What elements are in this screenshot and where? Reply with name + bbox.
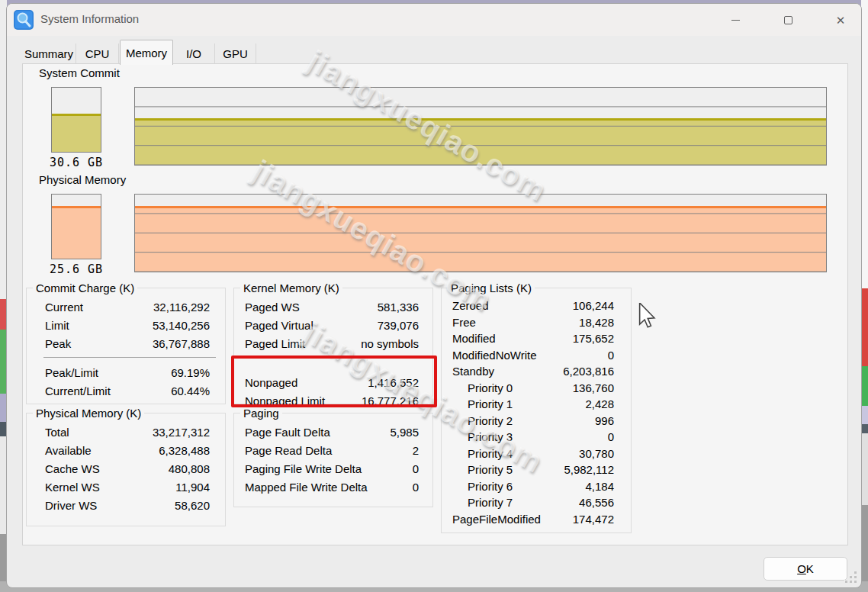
- stat-value: 581,336: [378, 301, 419, 314]
- stat-row: Priority 1 2,428: [442, 396, 631, 413]
- stat-value: 6,203,816: [563, 365, 614, 378]
- stat-value: 996: [595, 414, 614, 427]
- stat-label: Nonpaged Limit: [245, 394, 325, 407]
- minimize-icon: [731, 20, 740, 21]
- stat-label: Paged Virtual: [245, 319, 313, 332]
- stat-row: Page Fault Delta 5,985: [234, 423, 432, 441]
- stat-value: 6,328,488: [159, 444, 210, 457]
- stat-label: Standby: [452, 365, 494, 378]
- stat-label: Priority 6: [468, 480, 513, 493]
- stat-row: Priority 0 136,760: [442, 380, 631, 397]
- stat-row: Peak 36,767,888: [27, 334, 225, 352]
- stat-row: Priority 3 0: [442, 429, 631, 446]
- stat-row: Limit 53,140,256: [27, 316, 225, 334]
- stat-row: Cache WS 480,808: [27, 459, 225, 478]
- stat-label: Peak: [45, 337, 71, 350]
- stat-label: Current: [45, 301, 83, 314]
- commit-charge-ratio-rows: Peak/Limit 69.19% Current/Limit 60.44%: [27, 363, 225, 400]
- stat-label: Cache WS: [45, 462, 100, 475]
- stat-row: Total 33,217,312: [27, 423, 225, 441]
- stat-row: Priority 2 996: [442, 413, 631, 430]
- stat-value: 16,777,216: [362, 394, 419, 407]
- stat-row: Paged WS 581,336: [234, 298, 432, 316]
- stat-value: 175,652: [573, 332, 614, 345]
- tab-io[interactable]: I/O: [173, 43, 215, 64]
- stat-row: Paged Virtual 739,076: [234, 316, 432, 334]
- stat-row: Driver WS 58,620: [27, 496, 225, 514]
- stat-row: Priority 5 5,982,112: [442, 462, 631, 478]
- stat-row: Paging File Write Delta 0: [234, 459, 432, 478]
- stat-value: 18,428: [579, 316, 614, 329]
- stat-row: Standby 6,203,816: [442, 363, 631, 380]
- stat-value: 58,620: [175, 499, 210, 512]
- stat-value: 739,076: [378, 319, 419, 332]
- resize-grip[interactable]: [844, 570, 857, 583]
- system-information-window: System Information ✕ Summary CPU Memory …: [6, 3, 862, 588]
- paging-rows: Page Fault Delta 5,985 Page Read Delta 2…: [234, 423, 432, 496]
- stat-value: 4,184: [585, 480, 614, 493]
- paging-lists-rows: Zeroed 106,244 Free 18,428 Modified 175,…: [442, 298, 631, 527]
- paging-title: Paging: [240, 407, 282, 420]
- physical-memory-gauge: [51, 194, 101, 259]
- tab-cpu[interactable]: CPU: [76, 43, 119, 64]
- mouse-cursor: [638, 303, 657, 329]
- stat-value: 136,760: [573, 381, 614, 394]
- stat-value: 30,780: [579, 447, 614, 460]
- stat-label: Kernel WS: [45, 481, 100, 494]
- stat-value: 11,904: [175, 481, 210, 494]
- paging-group: Paging Page Fault Delta 5,985 Page Read …: [233, 413, 433, 507]
- stat-row: ModifiedNoWrite 0: [442, 347, 631, 364]
- tab-memory[interactable]: Memory: [120, 40, 173, 65]
- stat-label: Limit: [45, 319, 69, 332]
- stat-label: Page Fault Delta: [245, 426, 330, 439]
- stat-row: PageFileModified 174,472: [442, 511, 631, 528]
- system-commit-history-graph: [134, 87, 827, 166]
- stat-value: 1,416,552: [368, 376, 419, 389]
- stat-value: 5,982,112: [564, 463, 614, 476]
- stat-label: Paged WS: [245, 301, 300, 314]
- stat-row: Page Read Delta 2: [234, 441, 432, 459]
- stat-label: Current/Limit: [45, 384, 111, 397]
- stat-value: 0: [413, 481, 419, 494]
- stat-row: Modified 175,652: [442, 330, 631, 347]
- ok-button[interactable]: OK: [764, 557, 847, 581]
- stat-value: 480,808: [169, 462, 210, 475]
- stat-label: ModifiedNoWrite: [452, 349, 537, 362]
- tab-summary[interactable]: Summary: [22, 43, 76, 64]
- system-commit-gauge: [51, 87, 101, 153]
- tab-gpu[interactable]: GPU: [215, 43, 256, 64]
- commit-charge-rows: Current 32,116,292 Limit 53,140,256 Peak…: [27, 298, 225, 352]
- minimize-button[interactable]: [718, 4, 753, 36]
- ok-button-label: OK: [797, 562, 814, 575]
- paging-lists-title: Paging Lists (K): [448, 282, 535, 294]
- stat-label: Priority 5: [468, 463, 513, 476]
- stat-label: Priority 0: [468, 381, 513, 394]
- stat-row: Peak/Limit 69.19%: [27, 363, 225, 381]
- stat-value: 106,244: [573, 299, 614, 312]
- stat-value: 36,767,888: [153, 337, 210, 350]
- physical-memory-group: Physical Memory (K) Total 33,217,312 Ava…: [26, 413, 226, 526]
- stat-value: 2,428: [585, 397, 614, 410]
- desktop-background-right: [861, 0, 868, 592]
- stat-label: PageFileModified: [452, 513, 541, 526]
- stat-label: Priority 4: [468, 447, 513, 460]
- stat-value: 0: [608, 349, 614, 362]
- stat-row: Priority 7 46,556: [442, 494, 631, 511]
- stat-label: Zeroed: [452, 299, 489, 312]
- maximize-button[interactable]: [770, 4, 805, 36]
- kernel-memory-rows: Paged WS 581,336 Paged Virtual 739,076 P…: [234, 298, 432, 352]
- stat-label: Priority 3: [468, 430, 513, 443]
- stat-row: Nonpaged 1,416,552: [234, 373, 432, 391]
- stat-label: Priority 7: [468, 496, 513, 509]
- stat-label: Total: [45, 426, 69, 439]
- stat-value: 0: [413, 462, 419, 475]
- kernel-memory-title: Kernel Memory (K): [240, 282, 342, 294]
- stat-label: Free: [452, 316, 476, 329]
- window-title: System Information: [40, 12, 139, 25]
- close-button[interactable]: ✕: [823, 4, 858, 36]
- stat-row: Free 18,428: [442, 314, 631, 331]
- stat-row: Current 32,116,292: [27, 298, 225, 316]
- stat-value: 174,472: [573, 513, 614, 526]
- stat-row: Priority 6 4,184: [442, 478, 631, 495]
- stat-label: Available: [45, 444, 92, 457]
